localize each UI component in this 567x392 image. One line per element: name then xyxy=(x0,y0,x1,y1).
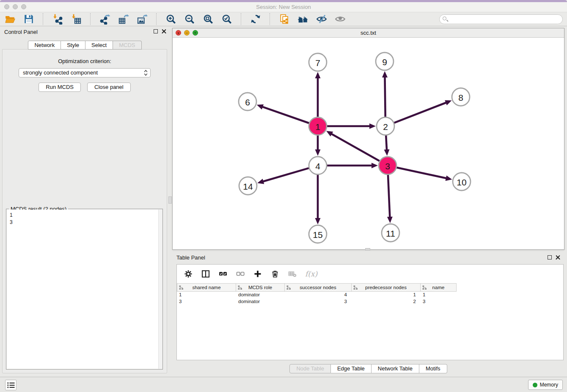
column-layout-icon[interactable] xyxy=(201,269,210,279)
arrowhead-4-14 xyxy=(257,179,264,184)
table-row[interactable]: 3dominator323 xyxy=(177,298,563,305)
hide-selected-icon[interactable] xyxy=(316,14,327,25)
node-label-6: 6 xyxy=(245,97,250,107)
node-label-3: 3 xyxy=(385,161,390,171)
save-session-icon[interactable] xyxy=(23,14,34,25)
control-panel-header: Control Panel xyxy=(0,26,170,37)
select-all-icon[interactable] xyxy=(218,269,228,279)
criterion-dropdown[interactable]: strongly connected component xyxy=(19,68,151,77)
run-mcds-button[interactable]: Run MCDS xyxy=(39,83,81,92)
dropdown-stepper-icon xyxy=(144,69,148,79)
window-title: Session: New Session xyxy=(0,4,567,10)
edge-3-1[interactable] xyxy=(331,134,379,161)
edge-2-3[interactable] xyxy=(386,135,387,150)
edge-1-6[interactable] xyxy=(262,107,309,123)
edge-4-14[interactable] xyxy=(263,168,309,182)
tab-node-table[interactable]: Node Table xyxy=(289,364,331,373)
zoom-in-icon[interactable] xyxy=(165,14,176,25)
tab-select[interactable]: Select xyxy=(85,41,113,50)
import-network-icon[interactable] xyxy=(52,14,63,25)
network-view-window: x−+ scc.txt 7968124314101511 xyxy=(172,28,564,250)
result-scrollbar[interactable] xyxy=(158,210,162,369)
task-history-button[interactable] xyxy=(5,380,17,390)
cell-predecessor-nodes[interactable]: 1 xyxy=(352,292,421,298)
mcds-result-item[interactable]: 1 xyxy=(7,210,162,219)
cell-successor-nodes[interactable]: 4 xyxy=(285,292,352,298)
refresh-view-icon[interactable] xyxy=(250,14,261,25)
zoom-out-icon[interactable] xyxy=(184,14,195,25)
cytoscape-window: Session: New Session xyxy=(0,0,567,392)
toolbar-separator xyxy=(90,13,91,25)
memory-button[interactable]: Memory xyxy=(528,380,563,390)
tab-network-table[interactable]: Network Table xyxy=(372,364,419,373)
column-header-mcds-role[interactable]: MCDS role xyxy=(236,283,285,292)
close-table-panel-icon[interactable] xyxy=(556,255,560,259)
first-neighbors-icon[interactable] xyxy=(297,14,308,25)
tab-edge-table[interactable]: Edge Table xyxy=(331,364,372,373)
search-field-wrap xyxy=(439,14,563,24)
tab-motifs[interactable]: Motifs xyxy=(419,364,447,373)
table-options-icon[interactable] xyxy=(184,269,193,279)
network-canvas[interactable]: 7968124314101511 xyxy=(173,38,564,249)
close-panel-icon[interactable] xyxy=(162,29,166,33)
zoom-fit-icon[interactable] xyxy=(202,14,214,25)
search-input[interactable] xyxy=(439,14,563,24)
float-table-panel-icon[interactable] xyxy=(548,255,552,259)
node-label-4: 4 xyxy=(315,161,320,171)
edge-2-9[interactable] xyxy=(385,77,385,117)
arrowhead-3-10 xyxy=(445,176,452,181)
column-header-name[interactable]: name xyxy=(421,283,457,292)
arrowhead-4-15 xyxy=(315,218,321,224)
node-label-9: 9 xyxy=(382,57,387,67)
deselect-all-icon[interactable] xyxy=(236,269,245,279)
close-panel-button[interactable]: Close panel xyxy=(87,83,131,92)
column-header-shared-name[interactable]: shared name xyxy=(177,283,236,292)
cell-mcds-role[interactable]: dominator xyxy=(236,292,285,298)
function-builder-icon: f(x) xyxy=(305,270,317,278)
main-toolbar xyxy=(0,12,567,26)
add-column-icon[interactable] xyxy=(253,269,262,279)
edge-2-8[interactable] xyxy=(394,102,447,123)
table-toolbar: f(x) xyxy=(177,265,563,283)
splitter-handle[interactable] xyxy=(168,196,172,204)
control-panel-tabs: NetworkStyleSelectMCDS xyxy=(0,41,170,50)
cell-shared-name[interactable]: 3 xyxy=(177,298,236,305)
network-window-titlebar[interactable]: x−+ scc.txt xyxy=(173,28,564,38)
cell-predecessor-nodes[interactable]: 2 xyxy=(352,298,421,305)
table-row[interactable]: 1dominator411 xyxy=(177,292,563,298)
mcds-result-group: MCDS result (2 nodes) 13 xyxy=(6,209,163,370)
export-network-icon[interactable] xyxy=(99,14,110,25)
tab-network[interactable]: Network xyxy=(28,41,61,50)
network-graph: 7968124314101511 xyxy=(173,38,564,250)
cell-shared-name[interactable]: 1 xyxy=(177,292,236,298)
export-table-icon[interactable] xyxy=(118,14,129,25)
edge-3-10[interactable] xyxy=(396,168,446,179)
duplicate-network-icon[interactable] xyxy=(278,14,290,25)
delete-column-icon[interactable] xyxy=(270,269,280,279)
node-label-7: 7 xyxy=(315,58,320,68)
column-header-predecessor-nodes[interactable]: predecessor nodes xyxy=(352,283,421,292)
cell-name[interactable]: 1 xyxy=(421,292,457,298)
show-hidden-icon[interactable] xyxy=(334,14,346,25)
cell-mcds-role[interactable]: dominator xyxy=(236,298,285,305)
cell-name[interactable]: 3 xyxy=(421,298,457,305)
open-session-icon[interactable] xyxy=(4,14,16,25)
cell-successor-nodes[interactable]: 3 xyxy=(285,298,352,305)
tab-mcds[interactable]: MCDS xyxy=(113,41,141,50)
mcds-result-item[interactable]: 3 xyxy=(7,219,162,226)
arrowhead-1-2 xyxy=(369,124,376,129)
titlebar[interactable]: Session: New Session xyxy=(0,2,567,12)
tab-style[interactable]: Style xyxy=(61,41,85,50)
node-label-2: 2 xyxy=(383,122,388,132)
resize-handle[interactable] xyxy=(365,248,370,251)
status-bar: Memory xyxy=(0,377,567,392)
edge-3-11[interactable] xyxy=(388,175,390,218)
float-panel-icon[interactable] xyxy=(154,29,158,33)
export-image-icon[interactable] xyxy=(136,14,148,25)
network-window-title: scc.txt xyxy=(173,30,564,36)
node-table-container: f(x) shared nameMCDS rolesuccessor nodes… xyxy=(176,264,564,360)
import-table-icon[interactable] xyxy=(70,14,82,25)
column-header-successor-nodes[interactable]: successor nodes xyxy=(285,283,352,292)
mcds-result-list[interactable]: 13 xyxy=(7,210,162,369)
zoom-selected-icon[interactable] xyxy=(221,14,232,25)
